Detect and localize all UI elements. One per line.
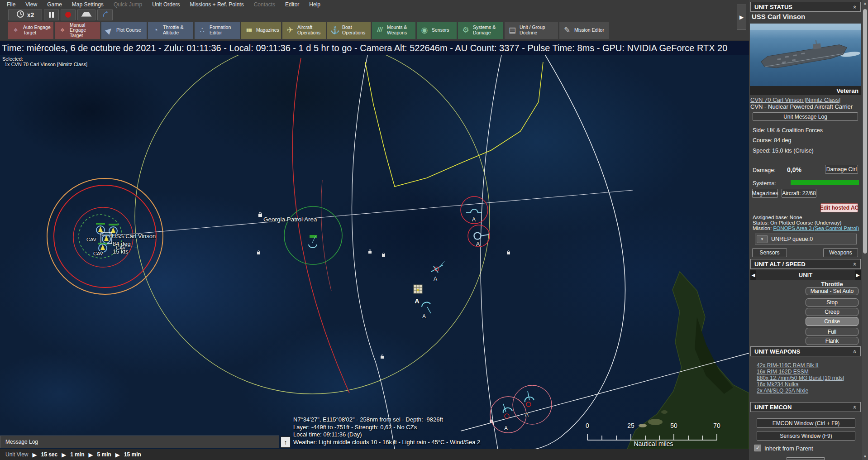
throttle-stop-button[interactable]: Stop [806,298,858,307]
magazines-button[interactable]: Magazines [752,189,778,198]
scale-tick: 50 [670,422,677,429]
menu-file[interactable]: File [2,0,20,9]
toolbar-magazines[interactable]: ▮▮▮Magazines [241,22,281,39]
toolbar-throttle-altitude[interactable]: ◔Throttle & Altitude [148,22,193,39]
menu-missions-ref-points[interactable]: Missions + Ref. Points [185,0,249,9]
damage-label: Damage: [753,167,776,173]
time-step-15min[interactable]: 15 min [124,451,141,458]
toolbar-plot-course[interactable]: ▶Plot Course [101,22,147,39]
svg-text:A: A [472,216,476,223]
message-log-bar[interactable]: Message Log [0,436,279,448]
contact-installation[interactable]: A [414,285,422,305]
unit-class-link[interactable]: CVN 70 Carl Vinson [Nimitz Class] [750,96,840,103]
dropdown-arrow-icon[interactable]: ▼ [757,235,768,243]
play-arrow-icon[interactable]: ▶ [32,451,37,458]
time-step-5min[interactable]: 5 min [97,451,111,458]
expand-message-log-button[interactable]: ↑ [281,436,291,448]
menu-editor[interactable]: Editor [280,0,304,9]
camera-view-icon [81,12,92,17]
unit-emcon-header[interactable]: UNIT EMCON « [750,402,861,412]
menu-view[interactable]: View [20,0,42,9]
aircraft-button[interactable]: Aircraft: 22/68 [782,189,816,198]
edit-hosted-ac-button[interactable]: Edit hosted AC [820,203,858,212]
toolbar-aircraft-operations[interactable]: ✈Aircraft Operations [282,22,326,39]
throttle-full-button[interactable]: Full [806,328,858,336]
play-arrow-icon[interactable]: ▶ [89,451,93,458]
toolbar-label: Plot Course [116,28,141,33]
scroll-up-icon[interactable]: ▲ [862,1,868,5]
menu-quick-jump: Quick Jump [109,0,147,9]
scrollbar-thumb[interactable] [863,9,867,254]
unit-message-log-button[interactable]: Unit Message Log [753,112,858,121]
reference-point-locks[interactable] [257,250,510,423]
weapon-link-nixie[interactable]: 2x AN/SLQ-25A Nixie [757,388,808,394]
throttle-creep-button[interactable]: Creep [806,308,858,316]
inherit-from-parent-checkbox[interactable]: ✓ [754,445,761,451]
sidebar-collapse-handle[interactable]: ▶ [737,5,746,30]
toolbar-auto-engage-target[interactable]: ⌖Auto Engage Target [8,22,53,39]
pause-button[interactable] [44,10,59,20]
time-compression-button[interactable]: x2 [8,10,42,20]
play-arrow-icon[interactable]: ▶ [115,451,120,458]
sensors-window-button[interactable]: Sensors Window (F9) [757,431,855,441]
menu-map-settings[interactable]: Map Settings [67,0,109,9]
tab-unit-label[interactable]: UNIT [750,272,861,278]
toolbar-sensors[interactable]: ◉Sensors [417,22,457,39]
scroll-down-icon[interactable]: ▼ [862,455,868,459]
throttle-manual-auto-button[interactable]: Manual - Set Auto [806,287,858,295]
time-step-1min[interactable]: 1 min [70,451,84,458]
weapons-button[interactable]: Weapons [823,248,858,257]
emcon-window-button[interactable]: EMCON Window (Ctrl + F9) [757,418,855,428]
toolbar-manual-engage-target[interactable]: ⌖Manual Engage Target [55,22,100,39]
damage-ctrl-button[interactable]: Damage Ctrl [825,165,858,174]
sensors-button[interactable]: Sensors [752,248,787,257]
menu-help[interactable]: Help [304,0,325,9]
toolbar-systems-damage[interactable]: ⚙Systems & Damage [458,22,503,39]
time-step-15sec[interactable]: 15 sec [41,451,57,458]
throttle-label: Throttle [806,281,858,288]
georgia-patrol-station[interactable] [284,206,342,264]
menu-unit-orders[interactable]: Unit Orders [147,0,185,9]
throttle-flank-button[interactable]: Flank [806,337,858,345]
unit-weapons-header[interactable]: UNIT WEAPONS « [750,346,861,356]
weapon-link-essm[interactable]: 16x RIM-162D ESSM [757,369,809,375]
unit-alt-speed-header[interactable]: UNIT ALT / SPEED « [750,259,861,269]
tab-next-button[interactable]: ▶ [855,270,861,280]
view-mode-label[interactable]: Unit View [5,451,28,458]
contact-surface-2[interactable]: A [468,225,490,247]
pointer-jump-button[interactable] [97,10,113,20]
toolbar-unit-group-doctrine[interactable]: ▤Unit / Group Doctrine [505,22,558,39]
pause-icon [49,12,54,18]
play-arrow-icon[interactable]: ▶ [62,451,66,458]
toolbar-formation-editor[interactable]: ∴Formation Editor [195,22,240,39]
escort-ship-symbol[interactable] [96,223,105,234]
unrep-dropdown[interactable]: ▼ UNREP queue:0 [755,234,857,244]
plotted-course-line [105,190,633,236]
weapon-link-mg[interactable]: 880x 12.7mm/50 MG Burst [10 rnds] [757,375,844,381]
mission-link[interactable]: FONOPS Area 3 (Sea Control Patrol) [773,225,859,231]
weapon-link-ram[interactable]: 42x RIM-116C RAM Blk II [757,362,818,369]
toolbar-mounts-weapons[interactable]: ///Mounts & Weapons [372,22,415,39]
unit-status-header[interactable]: UNIT STATUS « [750,2,861,12]
toolbar-label: Boat Operations [342,25,368,35]
message-log-label: Message Log [5,439,38,445]
menu-game[interactable]: Game [42,0,67,9]
tactical-map[interactable]: Georgia Patrol Area [0,55,749,449]
contact-air-1[interactable]: A [431,261,444,282]
weapon-link-nulka[interactable]: 16x Mk234 Nulka [757,381,799,388]
carrier-symbol-selected[interactable] [101,233,112,244]
control-bar: x2 [0,9,749,21]
svg-text:USS Carl Vinson: USS Carl Vinson [112,233,156,240]
record-button[interactable] [61,10,76,20]
toolbar-mission-editor[interactable]: ✎Mission Editor [559,22,609,39]
partial-button-sliver[interactable] [787,457,825,460]
sidebar-scrollbar[interactable]: ▲ ▼ [862,0,868,460]
throttle-cruise-button[interactable]: Cruise [806,317,858,326]
contact-unknown-arc[interactable]: A [422,302,431,320]
carrier-group-labels: USS Carl Vinson 84 deg 15 kts [112,233,156,255]
georgia-area-label[interactable]: Georgia Patrol Area [258,212,317,223]
contact-surface-1[interactable]: A [461,196,488,224]
svg-text:84 deg: 84 deg [113,240,131,247]
camera-view-button[interactable] [77,10,95,20]
toolbar-boat-operations[interactable]: ⚓Boat Operations [327,22,371,39]
